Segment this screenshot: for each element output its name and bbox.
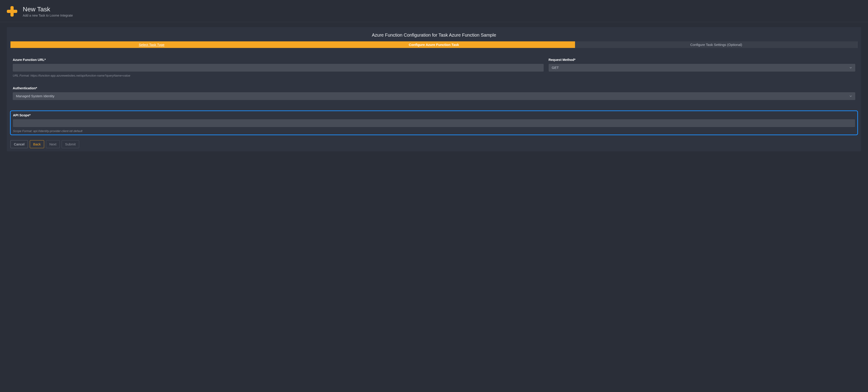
svg-rect-1: [7, 10, 17, 13]
page-header: New Task Add a new Task to Loome Integra…: [0, 0, 868, 22]
azure-function-url-input[interactable]: [13, 64, 544, 72]
back-button[interactable]: Back: [30, 140, 44, 148]
api-scope-input[interactable]: [13, 119, 855, 127]
submit-button[interactable]: Submit: [62, 140, 79, 148]
tab-select-task-type[interactable]: Select Task Type: [10, 41, 293, 48]
chevron-down-icon: [849, 66, 852, 69]
action-bar: Cancel Back Next Submit: [7, 140, 861, 148]
scope-hint: Scope Format: api://identity-provider-cl…: [13, 129, 855, 133]
page-title: New Task: [23, 5, 73, 13]
request-method-select[interactable]: GET: [549, 64, 855, 72]
url-label: Azure Function URL*: [13, 58, 544, 62]
next-button[interactable]: Next: [46, 140, 60, 148]
request-method-value: GET: [552, 66, 559, 69]
chevron-down-icon: [849, 95, 852, 97]
plus-icon: [6, 6, 18, 17]
scope-label: API Scope*: [13, 113, 855, 117]
tab-configure-azure-function[interactable]: Configure Azure Function Task: [293, 41, 575, 48]
panel-title: Azure Function Configuration for Task Az…: [7, 27, 861, 41]
tab-configure-task-settings[interactable]: Configure Task Settings (Optional): [575, 41, 858, 48]
wizard-tabs: Select Task Type Configure Azure Functio…: [10, 41, 858, 48]
authentication-value: Managed System Identity: [16, 94, 54, 98]
cancel-button[interactable]: Cancel: [10, 140, 28, 148]
method-label: Request Method*: [549, 58, 855, 62]
api-scope-highlight: API Scope* Scope Format: api://identity-…: [10, 110, 858, 135]
authentication-select[interactable]: Managed System Identity: [13, 92, 855, 100]
auth-label: Authentication*: [13, 86, 855, 90]
config-panel: Azure Function Configuration for Task Az…: [7, 27, 861, 151]
page-subtitle: Add a new Task to Loome Integrate: [23, 13, 73, 17]
url-hint: URL Format: https://function-app.azurewe…: [13, 74, 544, 77]
